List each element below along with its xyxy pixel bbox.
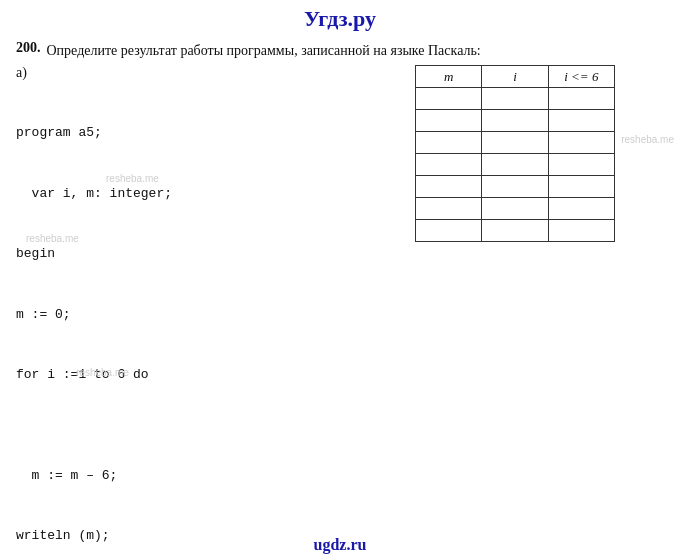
- problem-intro: Определите результат работы программы, з…: [47, 40, 481, 61]
- table-a: m i i <= 6 resheba.me: [415, 65, 615, 242]
- problem-number: 200.: [16, 40, 41, 56]
- site-footer: ugdz.ru: [0, 536, 680, 554]
- code-a: program a5; var i, m: integer; begin m :…: [16, 83, 356, 558]
- col-m-header-a: m: [416, 66, 482, 88]
- col-cond-header-a: i <= 6: [548, 66, 614, 88]
- table-row: [416, 176, 615, 198]
- table-row: resheba.me: [416, 132, 615, 154]
- section-a-label: а): [16, 65, 356, 81]
- table-row: [416, 88, 615, 110]
- table-row: [416, 110, 615, 132]
- site-header: Угдз.ру: [0, 0, 680, 36]
- table-row: [416, 198, 615, 220]
- table-row: [416, 220, 615, 242]
- table-row: [416, 154, 615, 176]
- col-i-header-a: i: [482, 66, 548, 88]
